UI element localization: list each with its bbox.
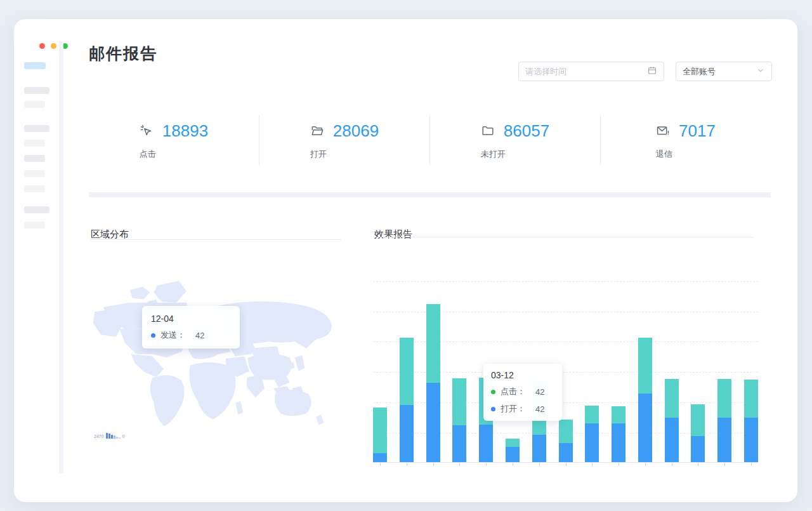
bar-13[interactable] bbox=[691, 404, 705, 462]
calendar-icon[interactable] bbox=[647, 65, 657, 78]
bar-segment-click[interactable] bbox=[585, 406, 599, 423]
map-region-mexico[interactable] bbox=[131, 354, 164, 377]
sidebar-item[interactable] bbox=[24, 185, 45, 192]
bar-segment-click[interactable] bbox=[638, 338, 652, 394]
bar-segment-open[interactable] bbox=[691, 436, 705, 462]
sidebar-item[interactable] bbox=[24, 125, 49, 132]
bar-segment-open[interactable] bbox=[665, 418, 679, 462]
stat-bounced: 7017 退信 bbox=[600, 116, 771, 165]
region-panel-rule bbox=[90, 239, 341, 240]
x-axis-tick bbox=[619, 463, 619, 466]
x-axis-tick bbox=[513, 463, 513, 466]
series-dot bbox=[491, 407, 495, 411]
legend-scale-bars bbox=[106, 433, 121, 439]
cursor-click-icon bbox=[140, 124, 154, 138]
stat-bounced-label: 退信 bbox=[656, 149, 716, 160]
sidebar-item[interactable] bbox=[24, 101, 45, 108]
bar-segment-click[interactable] bbox=[612, 406, 625, 423]
x-axis-tick bbox=[539, 463, 540, 466]
map-region-japan[interactable] bbox=[295, 355, 305, 371]
map-region-arctic-islands[interactable] bbox=[130, 287, 150, 300]
section-divider-band bbox=[89, 192, 771, 197]
sidebar-item-active[interactable] bbox=[24, 62, 46, 69]
sidebar-item[interactable] bbox=[24, 170, 45, 177]
bar-15[interactable] bbox=[744, 380, 758, 462]
bar-segment-click[interactable] bbox=[400, 338, 414, 405]
series-dot bbox=[151, 333, 155, 338]
bar-segment-open[interactable] bbox=[585, 423, 599, 462]
x-axis-tick bbox=[698, 463, 698, 466]
world-map-chart[interactable] bbox=[92, 273, 344, 444]
bar-segment-open[interactable] bbox=[506, 447, 520, 462]
bar-14[interactable] bbox=[717, 379, 731, 462]
map-region-alaska[interactable] bbox=[93, 309, 124, 337]
folder-open-icon bbox=[310, 124, 324, 138]
bar-9[interactable] bbox=[585, 406, 599, 462]
stat-bounced-value: 7017 bbox=[679, 121, 716, 141]
stat-unopened: 86057 未打开 bbox=[429, 116, 600, 165]
bar-12[interactable] bbox=[665, 379, 679, 462]
bar-segment-click[interactable] bbox=[559, 420, 573, 443]
minimize-window-button[interactable] bbox=[51, 43, 56, 49]
map-region-nigeria[interactable] bbox=[203, 385, 217, 397]
bar-11[interactable] bbox=[638, 338, 652, 462]
bar-1[interactable] bbox=[373, 408, 387, 462]
sidebar-item[interactable] bbox=[24, 206, 49, 213]
stat-unopened-label: 未打开 bbox=[481, 149, 549, 160]
bar-segment-click[interactable] bbox=[373, 408, 387, 453]
x-axis-tick bbox=[566, 463, 566, 466]
date-range-input[interactable] bbox=[525, 67, 647, 76]
sidebar-divider bbox=[59, 41, 63, 473]
tooltip-row: 打开： 42 bbox=[491, 403, 554, 415]
sidebar-item[interactable] bbox=[24, 222, 45, 229]
bar-segment-click[interactable] bbox=[691, 404, 705, 436]
bar-segment-open[interactable] bbox=[559, 443, 573, 462]
bar-segment-open[interactable] bbox=[426, 383, 440, 462]
tooltip-label: 点击： bbox=[501, 386, 525, 397]
sidebar-item[interactable] bbox=[24, 155, 45, 162]
bar-segment-open[interactable] bbox=[479, 425, 493, 462]
bar-segment-open[interactable] bbox=[400, 405, 414, 462]
tooltip-value: 42 bbox=[195, 331, 204, 340]
window-controls bbox=[39, 43, 68, 49]
map-region-greenland[interactable] bbox=[154, 281, 187, 303]
bar-segment-click[interactable] bbox=[452, 378, 466, 425]
bar-segment-click[interactable] bbox=[506, 439, 520, 447]
bar-segment-click[interactable] bbox=[717, 379, 731, 418]
map-region-australia[interactable] bbox=[275, 390, 311, 416]
bar-segment-open[interactable] bbox=[744, 418, 758, 462]
bar-2[interactable] bbox=[400, 338, 414, 462]
close-window-button[interactable] bbox=[39, 43, 45, 49]
folder-closed-icon bbox=[481, 124, 495, 138]
app-window: 邮件报告 全部账号 bbox=[14, 19, 797, 502]
bar-segment-open[interactable] bbox=[452, 425, 466, 462]
sidebar-item[interactable] bbox=[24, 140, 45, 147]
account-select[interactable]: 全部账号 bbox=[676, 62, 772, 81]
bar-segment-click[interactable] bbox=[744, 380, 758, 418]
bar-segment-open[interactable] bbox=[532, 435, 546, 462]
stat-clicks-value: 18893 bbox=[162, 121, 208, 141]
date-range-picker[interactable] bbox=[518, 62, 664, 81]
map-region-new-zealand[interactable] bbox=[316, 415, 324, 425]
mail-bounce-icon bbox=[656, 124, 670, 138]
bar-6[interactable] bbox=[506, 439, 520, 462]
bar-segment-open[interactable] bbox=[638, 394, 652, 462]
bar-segment-open[interactable] bbox=[373, 453, 387, 462]
bar-segment-open[interactable] bbox=[717, 418, 731, 462]
series-dot bbox=[491, 390, 495, 394]
bar-3[interactable] bbox=[426, 304, 440, 462]
map-region-madagascar[interactable] bbox=[235, 401, 243, 415]
bar-segment-click[interactable] bbox=[426, 304, 440, 383]
map-legend-min: 0 bbox=[122, 434, 125, 439]
bar-segment-open[interactable] bbox=[612, 423, 625, 462]
sidebar-item[interactable] bbox=[24, 87, 49, 94]
x-axis-tick bbox=[724, 463, 725, 466]
bar-segment-click[interactable] bbox=[665, 379, 679, 418]
chart-tooltip-title: 03-12 bbox=[491, 370, 554, 380]
effect-report-chart[interactable] bbox=[373, 251, 758, 463]
bar-4[interactable] bbox=[452, 378, 466, 462]
bar-8[interactable] bbox=[559, 420, 573, 462]
stat-clicks-label: 点击 bbox=[140, 149, 208, 160]
report-panel-title: 效果报告 bbox=[374, 229, 412, 241]
bar-10[interactable] bbox=[612, 406, 625, 462]
